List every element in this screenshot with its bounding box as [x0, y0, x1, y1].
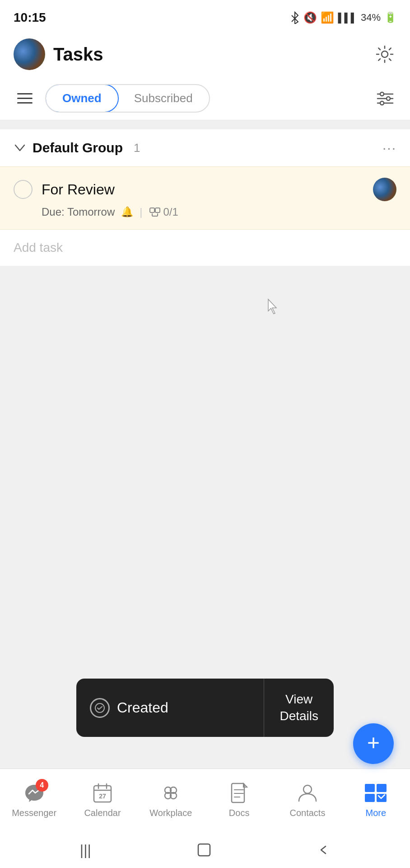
hamburger-line-1 — [17, 93, 33, 94]
sys-nav-back[interactable] — [317, 844, 330, 856]
fab-plus-icon: + — [367, 732, 380, 754]
add-fab-button[interactable]: + — [353, 723, 394, 764]
sys-nav-home[interactable] — [196, 842, 212, 858]
svg-point-6 — [380, 92, 384, 96]
settings-icon[interactable] — [373, 42, 396, 66]
nav-messenger[interactable]: 4 Messenger — [0, 781, 68, 818]
task-left: For Review — [14, 180, 115, 199]
toast-view-details-button[interactable]: ViewDetails — [264, 679, 334, 737]
status-time: 10:15 — [14, 10, 46, 25]
subtask-icon — [149, 207, 161, 217]
svg-rect-29 — [365, 784, 375, 792]
bluetooth-icon — [290, 11, 300, 24]
docs-icon — [227, 781, 252, 805]
filter-icon[interactable] — [374, 87, 396, 110]
tab-row: Owned Subscribed — [0, 77, 410, 120]
calendar-label: Calendar — [84, 808, 121, 818]
workplace-label: Workplace — [149, 808, 192, 818]
messenger-badge: 4 — [36, 779, 48, 792]
page-title: Tasks — [53, 44, 103, 65]
default-group-card: Default Group 1 ··· For Review Due: Tomo… — [0, 129, 410, 266]
status-bar: 10:15 🔇 📶 ▌▌▌ 34% 🔋 — [0, 0, 410, 32]
header-left: Tasks — [14, 38, 103, 70]
nav-docs[interactable]: Docs — [205, 781, 273, 818]
group-more-button[interactable]: ··· — [382, 140, 396, 156]
task-assignee-avatar — [373, 178, 396, 201]
mute-icon: 🔇 — [303, 11, 317, 24]
nav-contacts[interactable]: Contacts — [273, 781, 341, 818]
task-checkbox[interactable] — [14, 180, 33, 199]
meta-divider: | — [140, 206, 142, 218]
hamburger-line-2 — [17, 98, 33, 99]
group-count: 1 — [134, 141, 140, 155]
group-header: Default Group 1 ··· — [0, 129, 410, 166]
avatar[interactable] — [14, 38, 45, 70]
svg-line-0 — [292, 15, 295, 19]
tab-owned[interactable]: Owned — [45, 84, 119, 113]
more-label: More — [366, 808, 387, 818]
toast-check-icon — [90, 698, 110, 718]
battery-level: 34% — [361, 12, 381, 24]
svg-point-8 — [380, 101, 384, 105]
more-icon — [363, 781, 388, 805]
chevron-down-icon[interactable] — [14, 143, 26, 152]
wifi-icon: 📶 — [321, 11, 334, 24]
signal-icon: ▌▌▌ — [338, 13, 357, 23]
svg-rect-31 — [365, 794, 375, 802]
add-task-row[interactable]: Add task — [0, 230, 410, 266]
task-item[interactable]: For Review Due: Tomorrow 🔔 | 0/1 — [0, 166, 410, 230]
nav-workplace[interactable]: Workplace — [137, 781, 205, 818]
tab-pills: Owned Subscribed — [45, 84, 210, 113]
empty-area — [0, 266, 410, 582]
reminder-icon[interactable]: 🔔 — [121, 206, 133, 218]
app-header: Tasks — [0, 32, 410, 77]
svg-line-1 — [292, 19, 295, 22]
svg-point-7 — [387, 97, 390, 100]
svg-rect-9 — [150, 208, 154, 212]
subtask-count: 0/1 — [149, 206, 178, 218]
subtask-progress: 0/1 — [163, 206, 178, 218]
battery-icon: 🔋 — [384, 12, 396, 24]
messenger-label: Messenger — [12, 808, 56, 818]
system-navigation: ||| — [0, 832, 410, 868]
svg-text:27: 27 — [99, 793, 106, 800]
task-row: For Review — [14, 178, 396, 201]
workplace-icon — [158, 781, 183, 805]
svg-rect-10 — [155, 208, 160, 212]
toast-left: Created — [76, 679, 264, 737]
svg-point-28 — [303, 785, 312, 793]
nav-more[interactable]: More — [342, 781, 410, 818]
sys-nav-recent[interactable]: ||| — [80, 842, 91, 859]
hamburger-line-3 — [17, 102, 33, 104]
hamburger-button[interactable] — [14, 86, 38, 111]
nav-calendar[interactable]: 27 Calendar — [68, 781, 136, 818]
group-header-left: Default Group 1 — [14, 140, 140, 156]
task-name: For Review — [42, 181, 115, 198]
contacts-label: Contacts — [290, 808, 326, 818]
status-icons: 🔇 📶 ▌▌▌ 34% 🔋 — [290, 11, 396, 24]
task-due-date: Due: Tomorrow — [42, 206, 115, 218]
svg-point-2 — [382, 51, 388, 57]
group-title: Default Group — [33, 140, 123, 156]
tab-subscribed[interactable]: Subscribed — [118, 85, 209, 112]
task-meta: Due: Tomorrow 🔔 | 0/1 — [14, 206, 396, 218]
svg-rect-33 — [198, 844, 210, 856]
bottom-navigation: 4 Messenger 27 Calendar Workplace — [0, 769, 410, 832]
add-task-placeholder: Add task — [14, 241, 63, 255]
tab-group: Owned Subscribed — [14, 84, 210, 113]
docs-label: Docs — [229, 808, 250, 818]
contacts-icon — [295, 781, 320, 805]
svg-rect-30 — [377, 784, 387, 792]
calendar-icon: 27 — [90, 781, 115, 805]
main-content: Default Group 1 ··· For Review Due: Tomo… — [0, 120, 410, 701]
toast-view-details-label: ViewDetails — [280, 691, 318, 724]
messenger-icon: 4 — [22, 781, 47, 805]
created-toast: Created ViewDetails — [76, 679, 334, 737]
toast-created-label: Created — [117, 699, 168, 716]
